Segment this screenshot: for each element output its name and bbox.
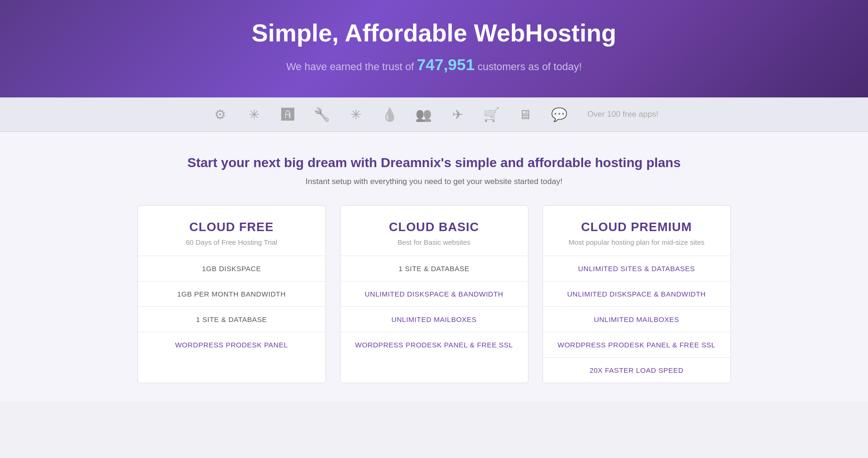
plan-name-1: CLOUD BASIC [350, 220, 519, 234]
plan-header-0: CLOUD FREE60 Days of Free Hosting Trial [138, 206, 325, 256]
plan-feature-0-2: 1 SITE & DATABASE [138, 307, 325, 332]
plan-feature-0-0: 1GB DISKSPACE [138, 256, 325, 281]
plan-tagline-0: 60 Days of Free Hosting Trial [147, 238, 316, 246]
hero-subtitle-after: customers as of today! [478, 61, 582, 72]
plan-tagline-2: Most popular hosting plan for mid-size s… [552, 238, 721, 246]
plan-card-1: CLOUD BASICBest for Basic websites1 SITE… [340, 205, 528, 383]
plan-feature-1-0: 1 SITE & DATABASE [341, 256, 528, 281]
plan-feature-2-1: UNLIMITED DISKSPACE & BANDWIDTH [543, 281, 730, 307]
joomla2-icon: ✳ [345, 104, 366, 125]
plan-features-1: 1 SITE & DATABASEUNLIMITED DISKSPACE & B… [341, 256, 528, 357]
plan-features-0: 1GB DISKSPACE1GB PER MONTH BANDWIDTH1 SI… [138, 256, 325, 357]
plan-feature-1-1: UNLIMITED DISKSPACE & BANDWIDTH [341, 281, 528, 307]
plan-feature-0-1: 1GB PER MONTH BANDWIDTH [138, 281, 325, 307]
hero-title: Simple, Affordable WebHosting [9, 19, 859, 47]
chat-icon: 💬 [549, 104, 569, 125]
hero-subtitle: We have earned the trust of 747,951 cust… [9, 56, 859, 74]
wordpress-icon: ⚙ [210, 104, 230, 125]
section-subtitle: Instant setup with everything you need t… [19, 177, 849, 186]
hero-count: 747,951 [417, 56, 475, 73]
cpanel-icon: 🔧 [311, 104, 332, 125]
typo3-icon: 🅰 [277, 104, 298, 125]
plan-card-0: CLOUD FREE60 Days of Free Hosting Trial1… [138, 205, 326, 383]
hero-banner: Simple, Affordable WebHosting We have ea… [0, 0, 868, 97]
section-title: Start your next big dream with Dreamnix'… [19, 155, 849, 170]
softaculous-icon: ✈ [447, 104, 468, 125]
plan-feature-1-2: UNLIMITED MAILBOXES [341, 307, 528, 332]
joomla-icon: ✳ [243, 104, 264, 125]
plan-feature-2-0: UNLIMITED SITES & DATABASES [543, 256, 730, 281]
plan-feature-2-3: WORDPRESS PRODESK PANEL & FREE SSL [543, 332, 730, 358]
plan-tagline-1: Best for Basic websites [350, 238, 519, 246]
plan-feature-1-3: WORDPRESS PRODESK PANEL & FREE SSL [341, 332, 528, 357]
users-icon: 👥 [413, 104, 434, 125]
plan-header-1: CLOUD BASICBest for Basic websites [341, 206, 528, 256]
plan-name-2: CLOUD PREMIUM [552, 220, 721, 234]
drupal-icon: 💧 [379, 104, 400, 125]
plan-features-2: UNLIMITED SITES & DATABASESUNLIMITED DIS… [543, 256, 730, 383]
whm-icon: 🖥 [515, 104, 535, 125]
plan-feature-2-2: UNLIMITED MAILBOXES [543, 307, 730, 332]
hero-subtitle-before: We have earned the trust of [286, 61, 417, 72]
main-content: Start your next big dream with Dreamnix'… [0, 132, 868, 402]
apps-bar: ⚙ ✳ 🅰 🔧 ✳ 💧 👥 ✈ 🛒 🖥 💬 Over 100 free apps… [0, 97, 868, 132]
plan-card-2: CLOUD PREMIUMMost popular hosting plan f… [543, 205, 731, 383]
plan-feature-2-4: 20X FASTER LOAD SPEED [543, 358, 730, 383]
plan-header-2: CLOUD PREMIUMMost popular hosting plan f… [543, 206, 730, 256]
plan-feature-0-3: WORDPRESS PRODESK PANEL [138, 332, 325, 357]
plan-name-0: CLOUD FREE [147, 220, 316, 234]
plans-row: CLOUD FREE60 Days of Free Hosting Trial1… [19, 205, 849, 383]
apps-label: Over 100 free apps! [587, 110, 658, 119]
magento-icon: 🛒 [481, 104, 502, 125]
